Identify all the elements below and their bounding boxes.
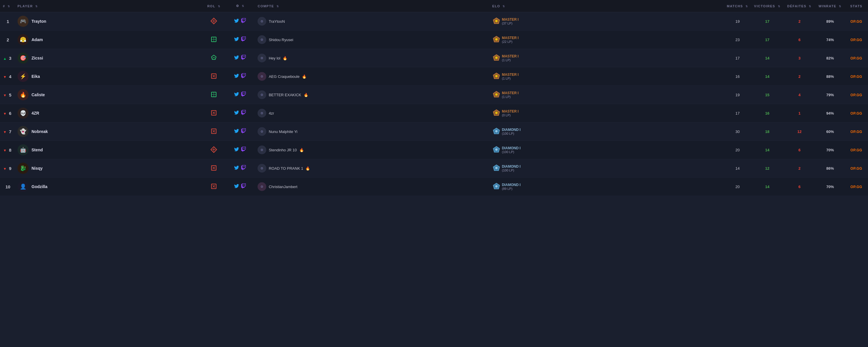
header-player: PLAYER ⇅	[14, 0, 202, 12]
twitter-icon[interactable]	[234, 147, 239, 153]
sort-icon-winrate[interactable]: ⇅	[839, 5, 842, 8]
stats-cell[interactable]: OP.GG	[845, 178, 868, 196]
twitter-icon[interactable]	[234, 183, 239, 190]
elo-rank-icon	[492, 54, 500, 63]
opgg-link[interactable]: OP.GG	[850, 112, 862, 116]
stats-cell[interactable]: OP.GG	[845, 141, 868, 159]
account-cell: ⚙ Shidou Ryusei	[255, 31, 489, 49]
victoires-cell: 12	[751, 159, 783, 178]
opgg-link[interactable]: OP.GG	[850, 166, 862, 170]
table-row: ▼ 9 🐉 Nisqy	[0, 159, 868, 178]
player-avatar: 🎮	[18, 16, 29, 27]
stats-cell[interactable]: OP.GG	[845, 67, 868, 86]
role-cell	[202, 159, 225, 178]
opgg-link[interactable]: OP.GG	[850, 93, 862, 97]
twitter-icon[interactable]	[234, 128, 239, 135]
sort-icon-matchs[interactable]: ⇅	[745, 5, 748, 8]
twitter-icon[interactable]	[234, 73, 239, 80]
twitter-icon[interactable]	[234, 18, 239, 25]
opgg-link[interactable]: OP.GG	[850, 130, 862, 134]
sort-icon-rank[interactable]: ⇅	[8, 5, 10, 8]
winrate-value: 89%	[826, 19, 834, 24]
stats-cell[interactable]: OP.GG	[845, 31, 868, 49]
role-cell	[202, 104, 225, 123]
twitch-icon[interactable]	[241, 55, 246, 61]
opgg-link[interactable]: OP.GG	[850, 20, 862, 24]
social-cell	[225, 104, 255, 123]
winrate-value: 86%	[826, 166, 834, 170]
svg-point-14	[495, 57, 498, 59]
defaites-cell: 4	[783, 86, 815, 104]
elo-rank-icon	[492, 35, 500, 44]
player-cell: 🎮 Trayton	[14, 12, 202, 31]
twitch-icon[interactable]	[241, 183, 246, 190]
role-icon	[210, 164, 217, 172]
player-avatar: 💀	[18, 107, 29, 119]
stats-cell[interactable]: OP.GG	[845, 86, 868, 104]
sort-icon-elo[interactable]: ⇅	[502, 5, 505, 8]
twitch-icon[interactable]	[241, 147, 246, 153]
stats-cell[interactable]: OP.GG	[845, 12, 868, 31]
account-avatar: ⚙	[257, 72, 266, 81]
account-name: Nunu Malphite Yi	[269, 129, 297, 134]
social-cell	[225, 178, 255, 196]
player-cell: 🎯 Zicssi	[14, 49, 202, 67]
defaites-value: 3	[798, 56, 800, 60]
twitter-icon[interactable]	[234, 92, 239, 98]
rank-cell: ▼ 9	[0, 159, 14, 178]
sort-icon-defaites[interactable]: ⇅	[809, 5, 812, 8]
twitch-icon[interactable]	[241, 128, 246, 135]
sort-icon-player[interactable]: ⇅	[35, 5, 38, 8]
role-icon	[210, 146, 217, 154]
victoires-cell: 14	[751, 49, 783, 67]
twitter-icon[interactable]	[234, 36, 239, 43]
opgg-link[interactable]: OP.GG	[850, 38, 862, 42]
stats-cell[interactable]: OP.GG	[845, 104, 868, 123]
twitch-icon[interactable]	[241, 73, 246, 80]
sort-icon-social[interactable]: ⇅	[242, 5, 245, 8]
table-row: ▼ 6 💀 4ZR	[0, 104, 868, 123]
opgg-link[interactable]: OP.GG	[850, 56, 862, 60]
twitch-icon[interactable]	[241, 110, 246, 116]
matchs-value: 19	[735, 19, 739, 24]
twitch-icon[interactable]	[241, 36, 246, 43]
table-row: 10 👤 Godzilla	[0, 178, 868, 196]
sort-icon-account[interactable]: ⇅	[277, 5, 279, 8]
twitter-icon[interactable]	[234, 110, 239, 116]
account-cell: ⚙ Hey lol 🔥	[255, 49, 489, 67]
elo-lp: (100 LP)	[502, 150, 521, 154]
account-name: Hey lol	[269, 56, 280, 60]
elo-lp: (89 LP)	[502, 187, 521, 190]
header-role: ROL ⇅	[202, 0, 225, 12]
twitter-icon[interactable]	[234, 165, 239, 171]
stats-cell[interactable]: OP.GG	[845, 49, 868, 67]
sort-icon-role[interactable]: ⇅	[218, 5, 221, 8]
twitch-icon[interactable]	[241, 165, 246, 171]
elo-tier: DIAMOND I	[502, 146, 521, 150]
stats-cell[interactable]: OP.GG	[845, 123, 868, 141]
victoires-cell: 18	[751, 123, 783, 141]
svg-point-38	[495, 130, 498, 132]
sort-icon-victoires[interactable]: ⇅	[778, 5, 781, 8]
matchs-cell: 20	[724, 141, 751, 159]
player-name: Nisqy	[31, 166, 42, 170]
winrate-value: 74%	[826, 38, 834, 42]
twitter-icon[interactable]	[234, 55, 239, 61]
opgg-link[interactable]: OP.GG	[850, 75, 862, 79]
opgg-link[interactable]: OP.GG	[850, 148, 862, 152]
matchs-cell: 30	[724, 123, 751, 141]
twitch-icon[interactable]	[241, 18, 246, 25]
winrate-cell: 82%	[815, 49, 845, 67]
player-avatar: 🎯	[18, 53, 29, 64]
twitch-icon[interactable]	[241, 92, 246, 98]
trend-down-icon: ▼	[3, 149, 7, 153]
elo-tier: MASTER I	[502, 18, 519, 22]
svg-point-26	[495, 93, 498, 96]
opgg-link[interactable]: OP.GG	[850, 185, 862, 189]
stats-cell[interactable]: OP.GG	[845, 159, 868, 178]
player-cell: 👻 Nobreak	[14, 123, 202, 141]
elo-cell: DIAMOND I (89 LP)	[489, 178, 724, 196]
svg-point-32	[495, 112, 498, 114]
account-cell: ⚙ ChristianJambert	[255, 178, 489, 196]
elo-tier: MASTER I	[502, 73, 519, 77]
